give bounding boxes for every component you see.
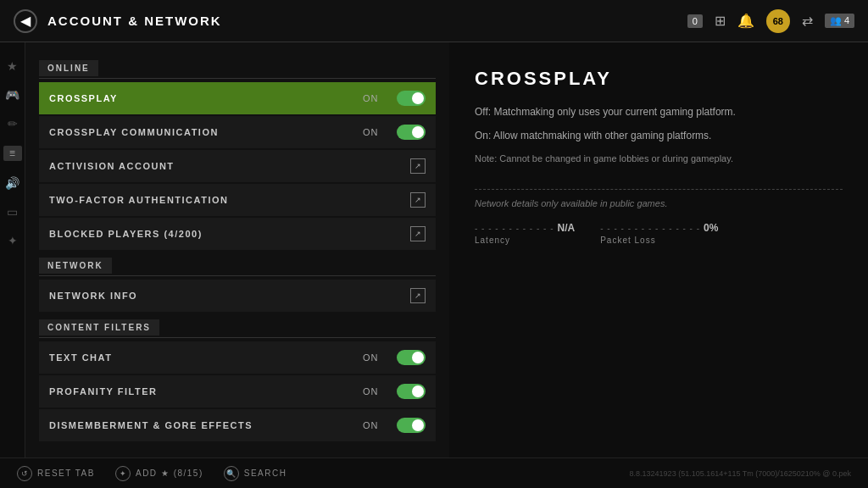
2fa-ext-icon: ↗ xyxy=(410,192,426,208)
setting-row-crossplay[interactable]: CROSSPLAY ON xyxy=(39,82,436,114)
setting-row-network-info[interactable]: NETWORK INFO ↗ xyxy=(39,280,436,312)
section-divider-filters xyxy=(39,337,436,338)
header-right: 0 ⊞ 🔔 68 ⇄ 👥 4 xyxy=(687,9,854,33)
add-favorite-button[interactable]: ✦ ADD ★ (8/15) xyxy=(115,466,203,481)
page-title: Account & Network xyxy=(47,14,222,28)
level-badge: 68 xyxy=(773,16,783,26)
section-header-network: NETWORK xyxy=(39,258,112,274)
reset-label: RESET TAB xyxy=(37,469,95,478)
search-label: SEARCH xyxy=(244,469,287,478)
star-icon[interactable]: ★ xyxy=(7,59,18,73)
packet-loss-dots: - - - - - - - - - - - - - - - xyxy=(600,224,700,233)
2fa-label: TWO-FACTOR AUTHENTICATION xyxy=(49,195,410,205)
setting-row-2fa[interactable]: TWO-FACTOR AUTHENTICATION ↗ xyxy=(39,184,436,216)
crossplay-comm-label: CROSSPLAY COMMUNICATION xyxy=(49,127,363,137)
setting-row-blocked[interactable]: BLOCKED PLAYERS (4/200) ↗ xyxy=(39,218,436,250)
grid-icon[interactable]: ⊞ xyxy=(715,13,726,29)
setting-row-crossplay-comm[interactable]: CROSSPLAY COMMUNICATION ON xyxy=(39,116,436,148)
latency-label: Latency xyxy=(475,236,575,245)
section-online: ONLINE CROSSPLAY ON CROSSPLAY COMMUNICAT… xyxy=(39,59,436,250)
right-panel: CROSSPLAY Off: Matchmaking only uses you… xyxy=(449,42,868,458)
speaker-icon[interactable]: 🔊 xyxy=(5,176,19,190)
setting-row-profanity[interactable]: PROFANITY FILTER ON xyxy=(39,375,436,408)
dismemberment-label: DISMEMBERMENT & GORE EFFECTS xyxy=(49,420,363,430)
main-layout: ★ 🎮 ✏ ☰ 🔊 ▭ ✦ ONLINE CROSSPLAY ON CROSSP… xyxy=(0,42,868,458)
friends-count: 👥 4 xyxy=(825,14,854,28)
setting-row-text-chat[interactable]: TEXT CHAT ON xyxy=(39,341,436,374)
bell-icon[interactable]: 🔔 xyxy=(737,13,754,29)
version-text: 8.8.13241923 (51.105.1614+115 Tm (7000)/… xyxy=(630,469,851,478)
pencil-icon[interactable]: ✏ xyxy=(8,117,18,130)
latency-value: N/A xyxy=(558,222,576,234)
settings-panel: ONLINE CROSSPLAY ON CROSSPLAY COMMUNICAT… xyxy=(25,42,449,458)
add-icon: ✦ xyxy=(115,466,131,481)
panel-note: Note: Cannot be changed in game lobbies … xyxy=(475,153,843,164)
activision-ext-icon: ↗ xyxy=(410,158,426,174)
setting-row-dismemberment[interactable]: DISMEMBERMENT & GORE EFFECTS ON xyxy=(39,409,436,441)
section-divider-online xyxy=(39,78,436,79)
network-icon[interactable]: ✦ xyxy=(8,234,18,247)
section-divider-network xyxy=(39,275,436,276)
network-info-text: Network details only available in public… xyxy=(475,198,843,208)
setting-row-activision[interactable]: ACTIVISION ACCOUNT ↗ xyxy=(39,150,436,182)
add-label: ADD ★ (8/15) xyxy=(136,469,203,478)
network-info-ext-icon: ↗ xyxy=(410,288,426,303)
profanity-value: ON xyxy=(363,386,388,396)
blocked-label: BLOCKED PLAYERS (4/200) xyxy=(49,229,410,239)
transfer-icon[interactable]: ⇄ xyxy=(802,13,813,29)
search-icon: 🔍 xyxy=(224,466,239,481)
desc-off: Off: Matchmaking only uses your current … xyxy=(475,103,843,122)
back-icon: ◀ xyxy=(20,13,31,29)
search-button[interactable]: 🔍 SEARCH xyxy=(224,466,287,481)
activision-label: ACTIVISION ACCOUNT xyxy=(49,161,410,171)
crossplay-value: ON xyxy=(363,93,388,103)
header: ◀ Account & Network 0 ⊞ 🔔 68 ⇄ 👥 4 xyxy=(0,0,868,42)
avatar[interactable]: 68 xyxy=(766,9,790,33)
crossplay-comm-value: ON xyxy=(363,127,388,137)
friends-icon: 👥 xyxy=(830,15,842,25)
controller-icon[interactable]: 🎮 xyxy=(5,88,19,102)
right-panel-title: CROSSPLAY xyxy=(475,68,843,90)
network-stats: - - - - - - - - - - - - N/A Latency - - … xyxy=(475,222,843,245)
latency-line: - - - - - - - - - - - - N/A xyxy=(475,222,575,234)
text-chat-label: TEXT CHAT xyxy=(49,352,363,363)
section-network: NETWORK NETWORK INFO ↗ xyxy=(39,257,436,312)
dismemberment-toggle[interactable] xyxy=(397,418,426,433)
section-header-filters: CONTENT FILTERS xyxy=(39,319,159,336)
packet-loss-label: Packet Loss xyxy=(600,236,718,245)
packet-loss-stat: - - - - - - - - - - - - - - - 0% Packet … xyxy=(600,222,718,245)
desc-on: On: Allow matchmaking with other gaming … xyxy=(475,127,843,146)
section-header-online: ONLINE xyxy=(39,60,98,76)
reset-icon: ↺ xyxy=(17,466,32,481)
sidebar-icons: ★ 🎮 ✏ ☰ 🔊 ▭ ✦ xyxy=(0,42,25,458)
footer: ↺ RESET TAB ✦ ADD ★ (8/15) 🔍 SEARCH 8.8.… xyxy=(0,458,868,488)
latency-stat: - - - - - - - - - - - - N/A Latency xyxy=(475,222,575,245)
text-chat-value: ON xyxy=(363,352,388,363)
section-content-filters: CONTENT FILTERS TEXT CHAT ON PROFANITY F… xyxy=(39,319,436,441)
network-info-label: NETWORK INFO xyxy=(49,291,410,301)
reset-tab-button[interactable]: ↺ RESET TAB xyxy=(17,466,95,481)
dismemberment-value: ON xyxy=(363,420,388,430)
monitor-icon[interactable]: ▭ xyxy=(7,205,18,219)
packet-loss-value: 0% xyxy=(704,222,718,234)
text-chat-toggle[interactable] xyxy=(397,350,426,365)
blocked-ext-icon: ↗ xyxy=(410,226,426,241)
page-icon[interactable]: ☰ xyxy=(3,146,22,161)
latency-dots: - - - - - - - - - - - - xyxy=(475,224,554,233)
crossplay-label: CROSSPLAY xyxy=(49,93,363,103)
packet-loss-line: - - - - - - - - - - - - - - - 0% xyxy=(600,222,718,234)
network-divider xyxy=(475,189,843,190)
crossplay-toggle[interactable] xyxy=(397,91,426,106)
back-button[interactable]: ◀ xyxy=(14,9,37,33)
gamepad-count: 0 xyxy=(687,14,703,28)
profanity-toggle[interactable] xyxy=(397,384,426,399)
profanity-label: PROFANITY FILTER xyxy=(49,386,363,396)
crossplay-comm-toggle[interactable] xyxy=(397,125,426,140)
